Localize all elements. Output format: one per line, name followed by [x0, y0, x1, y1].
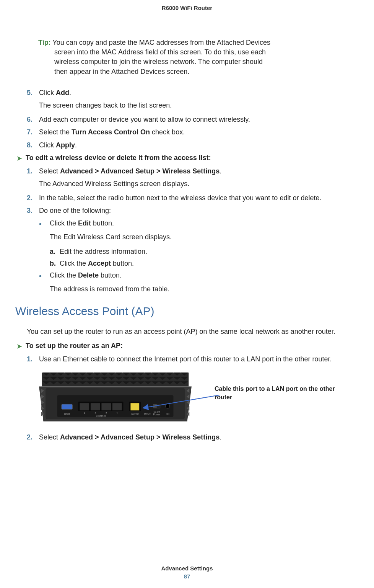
- router-figure: USB 4 3 2 1 Ethernet Internet Reset On O…: [39, 368, 347, 426]
- svg-text:Ethernet: Ethernet: [96, 415, 106, 417]
- proc1-step-1: 1. Select Advanced > Advanced Setup > Wi…: [27, 167, 347, 176]
- step-number: 1.: [27, 354, 39, 364]
- proc2-step-1: 1. Use an Ethernet cable to connect the …: [27, 354, 347, 364]
- step-number: 5.: [27, 88, 39, 98]
- section-heading-wap: Wireless Access Point (AP): [15, 305, 347, 318]
- proc1-step-2: 2. In the table, select the radio button…: [27, 193, 347, 203]
- svg-rect-7: [101, 403, 111, 410]
- text: Click: [39, 141, 56, 149]
- text: Use an Ethernet cable to connect the Int…: [39, 354, 347, 364]
- tip-line2: screen into the MAC Address field of thi…: [54, 47, 347, 57]
- callout-arrow: [166, 407, 220, 422]
- text: Click: [39, 89, 56, 96]
- section-intro: You can set up the router to run as an a…: [27, 327, 347, 336]
- bold: Apply: [56, 141, 75, 149]
- text: Select: [39, 433, 60, 441]
- svg-rect-5: [80, 403, 89, 410]
- svg-text:On  Off: On Off: [153, 410, 160, 413]
- text: Select: [39, 167, 60, 175]
- page-content: Tip: You can copy and paste the MAC addr…: [0, 11, 374, 442]
- arrow-icon: ➤: [17, 343, 22, 350]
- procedure-title: To set up the router as an AP:: [26, 342, 123, 350]
- svg-text:2: 2: [106, 412, 107, 414]
- text: .: [75, 141, 77, 149]
- bold: Advanced > Advanced Setup > Wireless Set…: [60, 433, 220, 441]
- bold: Delete: [78, 271, 99, 279]
- svg-text:1: 1: [116, 412, 118, 414]
- svg-rect-6: [91, 403, 100, 410]
- bold: Add: [56, 89, 69, 96]
- text: check box.: [150, 128, 185, 136]
- page-footer: Advanced Settings 87: [26, 561, 348, 580]
- tip-label: Tip:: [38, 39, 51, 46]
- bold: Advanced > Advanced Setup > Wireless Set…: [60, 167, 220, 175]
- step-8: 8. Click Apply.: [27, 140, 347, 150]
- step-number: 6.: [27, 115, 39, 124]
- step-number: 1.: [27, 167, 39, 176]
- step-number: 7.: [27, 127, 39, 137]
- svg-text:Reset: Reset: [144, 412, 150, 415]
- text: button.: [111, 260, 134, 267]
- svg-rect-15: [130, 403, 139, 410]
- text: Click the: [50, 219, 78, 227]
- step-5-sub: The screen changes back to the list scre…: [39, 101, 347, 110]
- bullet-icon: •: [39, 271, 50, 281]
- text: .: [69, 89, 71, 96]
- bullet-delete-sub: The address is removed from the table.: [50, 284, 347, 294]
- letter-a: a. Edit the address information.: [50, 247, 347, 256]
- page-header: R6000 WiFi Router: [0, 0, 374, 11]
- bold: Turn Access Control On: [72, 128, 150, 136]
- svg-rect-8: [112, 403, 122, 410]
- bold: Edit: [78, 219, 91, 227]
- svg-rect-0: [42, 372, 189, 386]
- svg-text:3: 3: [94, 412, 96, 414]
- svg-text:Power: Power: [153, 413, 161, 416]
- step-number: 3.: [27, 206, 39, 216]
- proc2-step-2: 2. Select Advanced > Advanced Setup > Wi…: [27, 433, 347, 442]
- usb-label: USB: [64, 412, 70, 415]
- text: button.: [91, 219, 114, 227]
- footer-title: Advanced Settings: [26, 565, 348, 572]
- bullet-edit: • Click the Edit button.: [39, 219, 347, 229]
- text: Click the: [60, 260, 88, 267]
- bullet-delete: • Click the Delete button.: [39, 271, 347, 281]
- text: Edit the address information.: [60, 247, 147, 256]
- tip-line1: You can copy and paste the MAC addresses…: [52, 39, 270, 46]
- footer-page-number: 87: [26, 573, 348, 580]
- letter-label: b.: [50, 259, 60, 268]
- letter-b: b. Click the Accept button.: [50, 259, 347, 268]
- procedure-title: To edit a wireless device or delete it f…: [26, 154, 211, 162]
- svg-text:4: 4: [84, 412, 85, 414]
- bullet-icon: •: [39, 219, 50, 229]
- text: Click the: [50, 271, 78, 279]
- text: .: [220, 433, 221, 441]
- text: Do one of the following:: [39, 206, 347, 216]
- tip-line3: wireless computer to join the wireless n…: [54, 57, 347, 67]
- text: .: [220, 167, 221, 175]
- bold: Accept: [88, 260, 111, 267]
- svg-rect-3: [62, 404, 72, 409]
- tip-line4: then appear in the Attached Devices scre…: [54, 67, 347, 77]
- text: Add each computer or device you want to …: [39, 115, 347, 124]
- proc1-step-1-sub: The Advanced Wireless Settings screen di…: [39, 179, 347, 189]
- procedure-heading-edit: ➤ To edit a wireless device or delete it…: [17, 154, 347, 162]
- proc1-step-3: 3. Do one of the following:: [27, 206, 347, 216]
- letter-label: a.: [50, 247, 60, 256]
- step-number: 8.: [27, 140, 39, 150]
- text: In the table, select the radio button ne…: [39, 193, 347, 203]
- procedure-heading-ap: ➤ To set up the router as an AP:: [17, 342, 347, 350]
- bullet-edit-sub: The Edit Wireless Card screen displays.: [50, 232, 347, 242]
- svg-text:Internet: Internet: [131, 412, 140, 415]
- step-6: 6. Add each computer or device you want …: [27, 115, 347, 124]
- step-number: 2.: [27, 193, 39, 203]
- callout-text: Cable this port to a LAN port on the oth…: [215, 385, 347, 401]
- step-number: 2.: [27, 433, 39, 442]
- arrow-icon: ➤: [17, 155, 22, 162]
- text: Select the: [39, 128, 72, 136]
- step-7: 7. Select the Turn Access Control On che…: [27, 127, 347, 137]
- step-5: 5. Click Add.: [27, 88, 347, 98]
- text: button.: [99, 271, 122, 279]
- tip-block: Tip: You can copy and paste the MAC addr…: [38, 38, 347, 77]
